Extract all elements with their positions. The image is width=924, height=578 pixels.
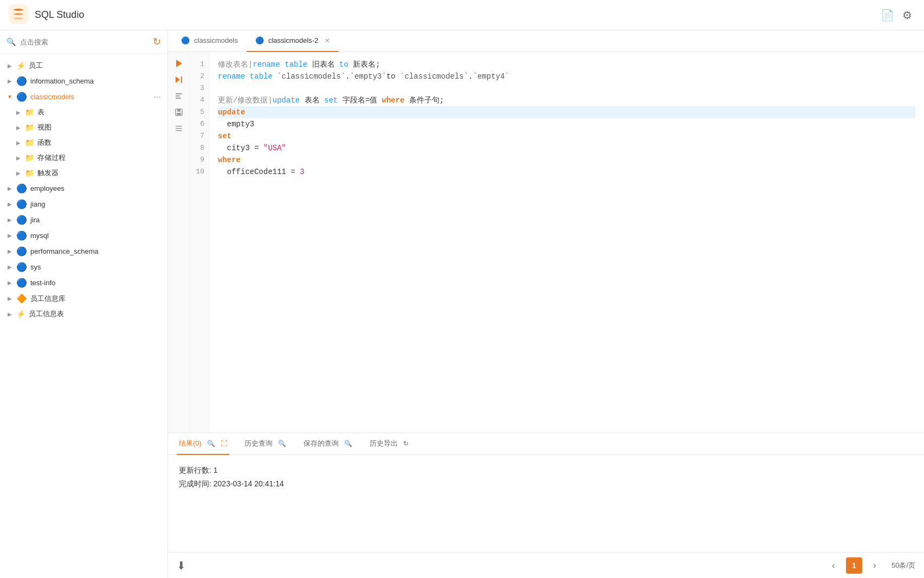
svg-rect-10 xyxy=(176,126,182,127)
sidebar-item-cunchu[interactable]: ▶ 📁 存储过程 xyxy=(0,150,167,165)
completed-time-text: 完成时间: 2023-03-14 20:41:14 xyxy=(179,477,913,491)
expand-icon: ⛶ xyxy=(221,440,227,447)
search-input[interactable] xyxy=(20,38,148,46)
page-size-label: 50条/页 xyxy=(891,561,915,570)
current-page[interactable]: 1 xyxy=(846,557,862,574)
db-icon: 🔵 xyxy=(16,76,27,86)
bottom-tabs: 结果(0) 🔍 ⛶ 历史查询 🔍 保存的查询 🔍 历史导出 ↻ xyxy=(168,433,924,455)
search-icon: 🔍 xyxy=(7,37,16,46)
format-button[interactable] xyxy=(172,89,186,103)
save-button[interactable] xyxy=(172,105,186,119)
tab-history-export[interactable]: 历史导出 ↻ xyxy=(367,433,411,455)
db-icon: 🔵 xyxy=(16,230,27,241)
folder-icon: 📁 xyxy=(25,138,34,147)
more-icon[interactable]: ··· xyxy=(154,92,161,102)
sidebar-item-label: 函数 xyxy=(37,138,51,147)
sidebar-item-biao[interactable]: ▶ 📁 表 xyxy=(0,105,167,120)
sidebar-item-label: 员工信息库 xyxy=(30,294,66,304)
sidebar-item-employees-table[interactable]: ▶ ⚡ 员工信息表 xyxy=(0,306,167,322)
svg-marker-1 xyxy=(176,60,182,67)
code-line-2: rename table `classicmodels`.`empty3`to … xyxy=(218,70,915,82)
sidebar-item-label: 触发器 xyxy=(37,168,59,178)
chevron-icon: ▶ xyxy=(7,248,13,254)
sidebar-item-classicmodels[interactable]: ▼ 🔵 classicmodels ··· xyxy=(0,89,167,105)
db-icon: 🔵 xyxy=(16,246,27,256)
sidebar-item-chufaqi[interactable]: ▶ 📁 触发器 xyxy=(0,165,167,181)
sidebar-item-employees[interactable]: ▶ 🔵 employees xyxy=(0,181,167,196)
code-editor[interactable]: 12345 678910 修改表名|rename table 旧表名 to 新表… xyxy=(168,52,924,433)
editor-tabs: 🔵 classicmodels 🔵 classicmodels-2 ✕ xyxy=(168,30,924,52)
code-line-9: where xyxy=(218,154,915,166)
chevron-icon: ▶ xyxy=(7,280,13,286)
svg-rect-3 xyxy=(181,76,182,83)
tab-db-icon: 🔵 xyxy=(255,36,264,44)
sidebar-item-shitu[interactable]: ▶ 📁 视图 xyxy=(0,120,167,135)
sidebar-item-jiang[interactable]: ▶ 🔵 jiang xyxy=(0,196,167,212)
code-line-6: empty3 xyxy=(218,118,915,130)
db-custom-icon: 🔶 xyxy=(16,293,27,304)
more-options-button[interactable] xyxy=(172,121,186,136)
chevron-icon: ▶ xyxy=(7,264,13,270)
tab-label: classicmodels xyxy=(194,36,238,44)
run-button[interactable] xyxy=(172,56,186,70)
results-tab-label: 结果(0) xyxy=(179,439,202,448)
sidebar-item-information-schema[interactable]: ▶ 🔵 information_schema xyxy=(0,73,167,89)
sidebar-item-hanshu[interactable]: ▶ 📁 函数 xyxy=(0,135,167,150)
tab-saved-query[interactable]: 保存的查询 🔍 xyxy=(301,433,354,455)
sidebar-item-label: jira xyxy=(30,216,40,224)
chevron-icon: ▶ xyxy=(7,78,13,84)
history-tab-label: 历史查询 xyxy=(244,439,273,448)
svg-rect-9 xyxy=(177,113,181,115)
sidebar-item-label: 员工 xyxy=(29,61,43,70)
code-line-10: officeCode111 = 3 xyxy=(218,166,915,178)
saved-tab-label: 保存的查询 xyxy=(303,439,339,448)
sidebar-item-label: classicmodels xyxy=(30,93,74,101)
sidebar-item-label: information_schema xyxy=(30,77,94,85)
code-line-8: city3 = "USA" xyxy=(218,142,915,154)
search-bar: 🔍 ↻ xyxy=(0,30,167,54)
sidebar-item-label: employees xyxy=(30,184,64,192)
line-numbers: 12345 678910 xyxy=(190,52,209,433)
db-icon: 🔵 xyxy=(16,199,27,209)
sidebar-item-employees-db[interactable]: ▶ 🔶 员工信息库 xyxy=(0,291,167,306)
svg-rect-4 xyxy=(176,93,182,94)
code-line-1: 修改表名|rename table 旧表名 to 新表名; xyxy=(218,59,915,70)
tab-classicmodels-2[interactable]: 🔵 classicmodels-2 ✕ xyxy=(247,30,339,52)
sidebar-item-label: 表 xyxy=(37,107,44,117)
tab-history-query[interactable]: 历史查询 🔍 xyxy=(242,433,288,455)
code-line-4: 更新/修改数据|update 表名 set 字段名=值 where 条件子句; xyxy=(218,94,915,106)
code-content[interactable]: 修改表名|rename table 旧表名 to 新表名; rename tab… xyxy=(209,52,924,433)
sidebar-item-label: mysql xyxy=(30,232,49,240)
app-title: SQL Studio xyxy=(35,9,84,21)
sidebar-item-label: jiang xyxy=(30,200,45,208)
tab-close-button[interactable]: ✕ xyxy=(325,37,330,44)
prev-page-button[interactable]: ‹ xyxy=(825,557,842,574)
search-icon: 🔍 xyxy=(207,440,215,447)
lightning-icon: ⚡ xyxy=(16,61,25,70)
next-page-button[interactable]: › xyxy=(867,557,883,574)
sidebar-item-mysql[interactable]: ▶ 🔵 mysql xyxy=(0,228,167,243)
chevron-icon: ▶ xyxy=(7,217,13,223)
tab-classicmodels[interactable]: 🔵 classicmodels xyxy=(172,30,247,52)
download-button[interactable]: ⬇ xyxy=(177,559,186,572)
svg-rect-5 xyxy=(176,95,180,97)
sidebar-item-sys[interactable]: ▶ 🔵 sys xyxy=(0,259,167,275)
db-icon: 🔵 xyxy=(16,278,27,288)
sidebar-item-test-info[interactable]: ▶ 🔵 test-info xyxy=(0,275,167,291)
tree-area: ▶ ⚡ 员工 ▶ 🔵 information_schema ▼ 🔵 classi… xyxy=(0,54,167,578)
sidebar-item-label: sys xyxy=(30,263,41,271)
refresh-icon[interactable]: ↻ xyxy=(153,36,161,48)
chevron-icon: ▶ xyxy=(7,233,13,239)
run-partial-button[interactable] xyxy=(172,73,186,87)
sidebar-item-label: 视图 xyxy=(37,123,51,132)
bottom-content: 更新行数: 1 完成时间: 2023-03-14 20:41:14 xyxy=(168,455,924,552)
sidebar: 🔍 ↻ ▶ ⚡ 员工 ▶ 🔵 information_schema ▼ 🔵 cl… xyxy=(0,30,168,578)
chevron-icon: ▶ xyxy=(15,155,22,161)
sidebar-item-performance-schema[interactable]: ▶ 🔵 performance_schema xyxy=(0,243,167,259)
tab-results[interactable]: 结果(0) 🔍 ⛶ xyxy=(177,433,229,455)
bottom-footer: ⬇ ‹ 1 › 50条/页 xyxy=(168,552,924,578)
sidebar-item-employees-group[interactable]: ▶ ⚡ 员工 xyxy=(0,58,167,73)
sidebar-item-jira[interactable]: ▶ 🔵 jira xyxy=(0,212,167,228)
settings-icon[interactable]: ⚙ xyxy=(902,9,915,22)
document-icon[interactable]: 📄 xyxy=(881,9,894,22)
